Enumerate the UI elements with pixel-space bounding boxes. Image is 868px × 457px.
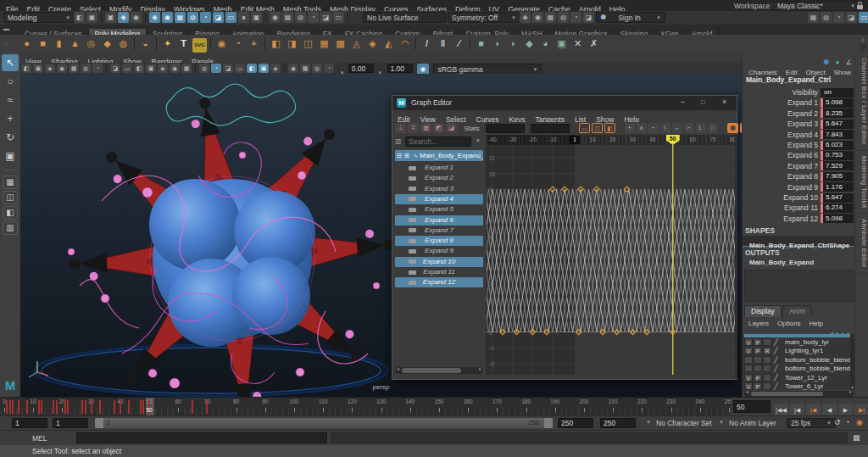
ipr-render-icon[interactable]: ◍ [558,12,569,23]
select-object-icon[interactable]: ◈ [118,12,129,23]
channel-attr-value-field[interactable]: 5.647 [821,193,854,203]
snap-grid-icon[interactable]: ◈ [149,12,160,23]
attribute-editor-toggle-icon[interactable]: ◪ [846,12,857,23]
camera-attributes-icon[interactable]: ◈ [45,64,55,73]
channel-row-expand-5[interactable]: Expand 5 [395,204,483,215]
safe-title-icon[interactable]: ▦ [181,64,192,73]
side-tab-channel-box-layer-editor[interactable]: Channel Box / Layer Editor [855,53,868,151]
erase-sculpt-icon[interactable]: ✕ [570,36,585,51]
channel-attr-value-field[interactable]: 7.905 [821,172,854,181]
boolean-icon[interactable]: ◫ [301,36,315,51]
layer-reference-toggle[interactable] [763,382,771,390]
layer-row[interactable]: VPR╱Lighting_lyr1 [744,347,854,355]
two-pane-layout[interactable]: ◧ [3,206,18,220]
pre-infinity-icon[interactable]: ▦ [727,123,738,133]
isolate-select-icon[interactable]: ▦ [300,64,310,73]
grab-sculpt-icon[interactable]: ◆ [522,36,537,51]
redo-view-icon[interactable]: ▣ [86,12,97,23]
mute-toggle-icon[interactable] [409,176,416,181]
channel-attr-value-field[interactable]: 5.098 [821,214,854,223]
lock-selection-icon[interactable]: ∎ [238,12,249,23]
anim-layer-selector[interactable]: No Anim Layer [729,419,776,427]
range-slider-bar[interactable]: 1 250 [95,418,553,428]
character-set-selector[interactable]: No Character Set [656,419,712,427]
insert-key-icon[interactable]: ∓ [408,123,419,133]
symmetry-selector[interactable]: Symmetry: Off▼ [448,12,520,23]
tool-settings-icon[interactable]: ▭ [859,12,868,23]
menu-set-selector[interactable]: Modeling▼ [3,12,75,23]
origin-move-icon[interactable]: + [247,36,261,51]
mute-toggle-icon[interactable] [409,197,416,201]
layer-color-swatch[interactable]: ╱ [774,382,783,390]
select-camera-icon[interactable]: ◧ [21,64,31,73]
platonic-solid-icon[interactable]: ◒ [138,36,153,51]
graph-editor-window[interactable]: M Graph Editor – □ × EditViewSelectCurve… [392,95,737,380]
channel-row-expand-9[interactable]: Expand 9 [395,246,483,256]
plateau-tangent-icon[interactable]: L [696,123,706,133]
auto-key-icon[interactable]: ◉ [856,418,863,426]
filter-icon[interactable]: ▥ [395,137,402,145]
move-tool[interactable]: + [2,110,19,127]
poly-cube-icon[interactable]: ■ [36,36,50,51]
command-input[interactable] [76,432,327,443]
layer-row[interactable]: VP╱Tower_12_Lyr [744,374,854,382]
side-tab-attribute-editor[interactable]: Attribute Editor [855,214,868,274]
animation-end-field[interactable] [600,418,636,428]
layer-color-swatch[interactable]: ╱ [774,374,783,382]
bevel-icon[interactable]: ◈ [365,36,380,51]
layer-playback-toggle[interactable]: P [754,347,762,354]
make-live-icon[interactable]: ◪ [213,12,224,23]
shape-name-row[interactable]: Main_Body_Expand_CtrlShape [743,236,855,247]
stats-field-2[interactable] [531,124,570,133]
frame-all-icon[interactable]: ▭ [579,123,590,133]
graph-curve-area[interactable]: 11109876543210-1-2 [487,145,735,375]
super-shape-icon[interactable]: ✦ [160,36,175,51]
layer-playback-toggle[interactable]: P [754,338,762,346]
modeling-toolkit-icon[interactable]: ▦ [808,12,819,23]
layer-color-swatch[interactable]: ╱ [774,365,783,372]
mirror-icon[interactable]: ◭ [381,36,396,51]
gamma-field[interactable] [387,64,413,73]
shelf-menu-icon[interactable]: ▬ [3,25,9,31]
channel-search-input[interactable] [405,137,471,147]
layer-visibility-toggle[interactable]: V [744,374,753,382]
mute-toggle-icon[interactable] [409,166,416,170]
region-key-icon[interactable]: ◩ [433,123,444,133]
step-tangent-icon[interactable]: ⌐ [684,123,694,133]
relax-sculpt-icon[interactable]: ◗ [506,36,520,51]
mute-toggle-icon[interactable] [409,228,416,232]
channel-row-expand-6[interactable]: Expand 6 [395,215,483,226]
separate-icon[interactable]: ◨ [285,36,299,51]
side-tab-modeling-toolkit[interactable]: Modeling Toolkit [855,151,868,215]
mute-toggle-icon[interactable] [409,270,416,275]
field-chart-icon[interactable]: ◈ [158,64,168,73]
layer-visibility-toggle[interactable] [744,356,753,364]
channel-box-menu-show[interactable]: Show [830,67,855,78]
flatten-sculpt-icon[interactable]: ▣ [554,36,569,51]
poly-sphere-icon[interactable]: ● [19,36,34,51]
layer-row[interactable]: ╱bottom_bobble_blendshape [744,356,854,365]
pinch-sculpt-icon[interactable]: ◕ [538,36,553,51]
layer-color-swatch[interactable]: ╱ [774,356,783,364]
snap-curve-icon[interactable]: ◉ [162,12,173,23]
layer-reference-toggle[interactable] [763,365,771,372]
snap-together-icon[interactable]: ▭ [225,12,236,23]
poly-torus-icon[interactable]: ◎ [84,36,98,51]
modeling-op-icon-6[interactable]: ▭ [333,12,344,23]
poly-cone-icon[interactable]: ▲ [68,36,82,51]
channel-row-expand-4[interactable]: Expand 4 [395,194,483,204]
layer-reference-toggle[interactable] [763,356,771,364]
fps-selector[interactable]: 25 fps▼ [787,418,836,428]
channel-row-expand-12[interactable]: Expand 12 [395,277,483,287]
smooth-icon[interactable]: ▦ [317,36,331,51]
maximize-icon[interactable]: □ [701,98,705,106]
chevron-down-icon[interactable]: ▼ [719,420,724,425]
channel-row-expand-11[interactable]: Expand 11 [395,267,483,277]
sign-in-button[interactable]: ⚉ Sign In ▼ [596,12,665,23]
gate-mask-icon[interactable]: ▣ [146,64,156,73]
select-tool[interactable]: ↖ [2,54,19,71]
single-pane-layout[interactable]: ▦ [3,176,18,189]
four-pane-layout[interactable]: ◫ [3,191,18,204]
outliner-scroll-up-icon[interactable]: ▲ [477,151,482,156]
mute-toggle-icon[interactable] [409,281,416,285]
